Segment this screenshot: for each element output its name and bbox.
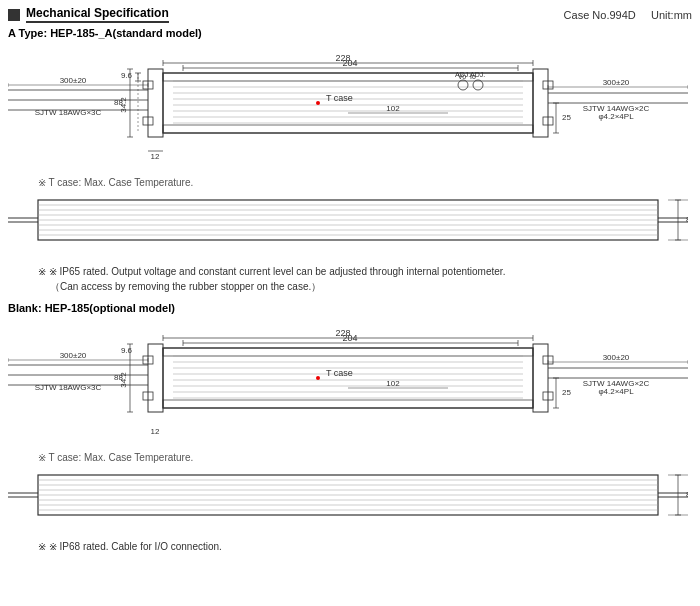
section-blank: Blank: HEP-185(optional model) 228 xyxy=(8,302,692,554)
svg-text:25: 25 xyxy=(562,113,571,122)
svg-rect-93 xyxy=(148,344,163,412)
side-diagram-blank: 88 xyxy=(8,465,692,535)
section-icon xyxy=(8,9,20,21)
page-title: Mechanical Specification xyxy=(26,6,169,23)
svg-text:T case: T case xyxy=(326,368,353,378)
svg-text:φ4.2×4PL: φ4.2×4PL xyxy=(598,387,634,396)
svg-text:300±20: 300±20 xyxy=(60,76,87,85)
header: Mechanical Specification Case No.994D Un… xyxy=(8,6,692,23)
svg-text:88: 88 xyxy=(686,215,688,224)
tcase-note-a: ※ T case: Max. Case Temperature. xyxy=(38,177,692,188)
case-info: Case No.994D Unit:mm xyxy=(564,9,692,21)
section-blank-title: Blank: HEP-185(optional model) xyxy=(8,302,692,314)
svg-text:88: 88 xyxy=(114,98,123,107)
svg-text:9.6: 9.6 xyxy=(121,71,133,80)
svg-point-46 xyxy=(473,80,483,90)
side-svg-blank: 88 xyxy=(8,465,688,530)
svg-text:300±20: 300±20 xyxy=(603,78,630,87)
svg-text:φ4.2×4PL: φ4.2×4PL xyxy=(598,112,634,121)
top-diagram-a: 228 204 12 9.6 34.2 xyxy=(8,43,692,173)
svg-rect-0 xyxy=(163,73,533,133)
svg-rect-2 xyxy=(163,125,533,133)
svg-point-126 xyxy=(316,376,320,380)
svg-text:88: 88 xyxy=(114,373,123,382)
svg-text:SJTW 18AWG×3C: SJTW 18AWG×3C xyxy=(35,383,102,392)
svg-text:300±20: 300±20 xyxy=(603,353,630,362)
svg-rect-90 xyxy=(163,348,533,408)
svg-rect-94 xyxy=(533,344,548,412)
notes-blank: ※ ※ IP68 rated. Cable for I/O connection… xyxy=(38,539,692,554)
note-sym-a1: ※ xyxy=(38,266,46,277)
tcase-note-blank: ※ T case: Max. Case Temperature. xyxy=(38,452,692,463)
svg-text:ADJ.: ADJ. xyxy=(455,71,470,78)
svg-rect-3 xyxy=(148,69,163,137)
svg-text:9.6: 9.6 xyxy=(121,346,133,355)
ip-note-blank: ※ ※ IP68 rated. Cable for I/O connection… xyxy=(38,539,692,554)
svg-text:SJTW 18AWG×3C: SJTW 18AWG×3C xyxy=(35,108,102,117)
section-a: A Type: HEP-185-_A(standard model) xyxy=(8,27,692,294)
svg-text:12: 12 xyxy=(151,427,160,436)
note-sym-blank1: ※ xyxy=(38,541,46,552)
diagram-svg-a: 228 204 12 9.6 34.2 xyxy=(8,43,688,163)
notes-a: ※ ※ IP65 rated. Output voltage and const… xyxy=(38,264,692,294)
svg-rect-91 xyxy=(163,348,533,356)
side-svg-a: 88 xyxy=(8,190,688,255)
svg-text:12: 12 xyxy=(151,152,160,161)
top-diagram-blank: 228 204 12 9.6 34.2 88 xyxy=(8,318,692,448)
ip-note-a: ※ ※ IP65 rated. Output voltage and const… xyxy=(38,264,692,279)
section-a-title: A Type: HEP-185-_A(standard model) xyxy=(8,27,692,39)
side-diagram-a: 88 xyxy=(8,190,692,260)
page: Mechanical Specification Case No.994D Un… xyxy=(0,0,700,606)
svg-point-41 xyxy=(316,101,320,105)
svg-point-45 xyxy=(458,80,468,90)
svg-text:102: 102 xyxy=(386,104,400,113)
svg-text:T case: T case xyxy=(326,93,353,103)
svg-text:204: 204 xyxy=(342,58,357,68)
svg-text:88: 88 xyxy=(686,490,688,499)
svg-text:ADJ.: ADJ. xyxy=(470,71,485,78)
svg-text:300±20: 300±20 xyxy=(60,351,87,360)
svg-rect-4 xyxy=(533,69,548,137)
ip-sub-a: （Can access by removing the rubber stopp… xyxy=(50,279,692,294)
diagram-svg-blank: 228 204 12 9.6 34.2 88 xyxy=(8,318,688,438)
svg-text:102: 102 xyxy=(386,379,400,388)
svg-text:25: 25 xyxy=(562,388,571,397)
svg-rect-92 xyxy=(163,400,533,408)
header-left: Mechanical Specification xyxy=(8,6,169,23)
svg-text:204: 204 xyxy=(342,333,357,343)
